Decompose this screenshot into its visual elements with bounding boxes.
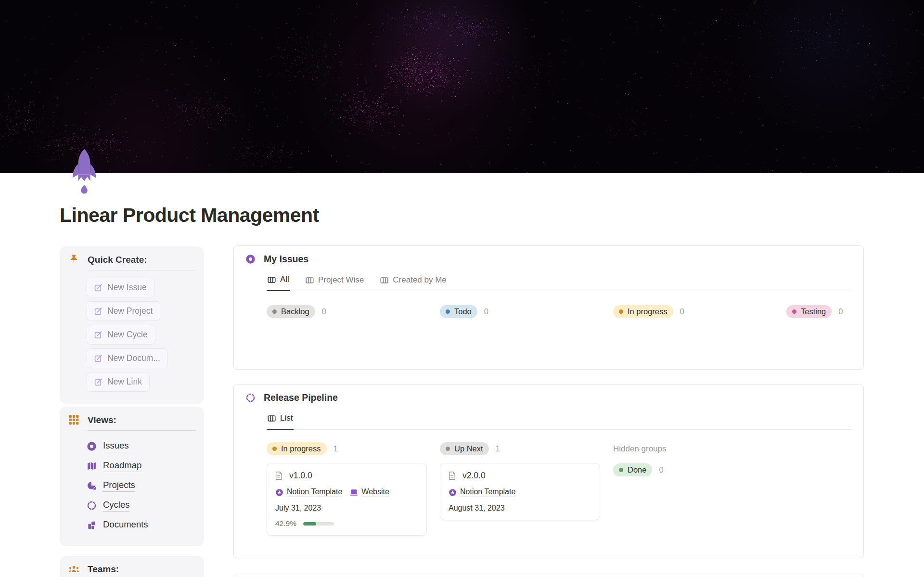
database-title: My Issues (264, 254, 308, 265)
group-count: 0 (322, 307, 326, 316)
board-view-icon (268, 414, 276, 423)
board-view-icon (380, 276, 388, 284)
status-dot (446, 447, 450, 451)
release-card-v1[interactable]: v1.0.0 Notion Template Website July 31, … (267, 463, 427, 536)
status-dot (446, 309, 450, 314)
quick-create-buttons: New Issue New Project New Cycle New Docu… (87, 278, 195, 392)
laptop-icon (350, 488, 358, 497)
page-icon (275, 471, 283, 480)
rocket-icon[interactable] (71, 148, 99, 195)
status-dot (272, 309, 277, 314)
my-issues-title-row: My Issues (245, 254, 852, 265)
tab-created-by-me[interactable]: Created by Me (379, 271, 448, 291)
board-column-backlog: Backlog 0 (267, 305, 427, 318)
views-header: Views: (68, 414, 195, 425)
board-column-up-next: Up Next 1 v2.0.0 Notion Template Augus (440, 442, 600, 536)
board-column-in-progress: In progress 1 v1.0.0 Notion Template (267, 442, 427, 536)
teams-header: Teams: (68, 564, 195, 575)
progress-bar (303, 522, 334, 526)
new-document-button[interactable]: New Docum... (87, 348, 168, 368)
hidden-groups-label: Hidden groups (613, 442, 773, 454)
release-title: v1.0.0 (289, 471, 312, 481)
board-column-todo: Todo 0 (440, 305, 600, 318)
dashed-circle-icon (245, 393, 256, 403)
tab-list[interactable]: List (267, 410, 294, 430)
board-view-icon (306, 276, 314, 284)
quick-create-title: Quick Create: (88, 255, 147, 265)
dashed-circle-icon (87, 500, 97, 511)
cover-nebula-canvas (0, 0, 924, 173)
new-project-button[interactable]: New Project (87, 301, 160, 321)
divider (88, 430, 195, 431)
new-issue-button[interactable]: New Issue (87, 278, 154, 297)
views-card: Views: Issues Roadmap Projects Cycles (60, 407, 204, 546)
release-date: July 31, 2023 (275, 504, 418, 513)
new-link-button[interactable]: New Link (87, 372, 150, 392)
views-list: Issues Roadmap Projects Cycles Documents (87, 436, 195, 535)
my-issues-tabs: All Project Wise Created by Me (267, 271, 852, 291)
release-date: August 31, 2023 (449, 504, 591, 513)
sidebar-item-roadmap[interactable]: Roadmap (87, 456, 195, 476)
release-pipeline-title-row: Release Pipeline (245, 392, 852, 403)
pushpin-icon (68, 254, 79, 265)
release-pipeline-tabs: List (267, 410, 852, 430)
release-pipeline-section: Release Pipeline List In progress 1 (233, 384, 864, 558)
group-count: 0 (838, 307, 843, 316)
group-pill-testing[interactable]: Testing (786, 305, 832, 318)
group-count: 0 (680, 307, 684, 316)
sidebar-item-documents[interactable]: Documents (87, 515, 195, 535)
group-count: 0 (484, 307, 488, 316)
notion-template-link[interactable]: Notion Template (449, 487, 515, 497)
group-count: 1 (496, 444, 500, 453)
my-issues-board: Backlog 0 Todo 0 In progress 0 (267, 305, 852, 318)
group-pill-done[interactable]: Done (613, 463, 652, 476)
board-view-icon (268, 276, 276, 284)
sidebar-item-projects[interactable]: Projects (87, 476, 195, 496)
views-title: Views: (88, 415, 116, 425)
website-link[interactable]: Website (350, 487, 389, 497)
teams-title: Teams: (88, 564, 119, 575)
group-pill-todo[interactable]: Todo (440, 305, 477, 318)
grid-icon (68, 414, 79, 425)
page-title: Linear Product Management (60, 204, 319, 227)
tab-project-wise[interactable]: Project Wise (305, 271, 365, 291)
release-title: v2.0.0 (462, 471, 486, 481)
status-dot (619, 309, 623, 314)
map-icon (87, 461, 97, 471)
star-badge-icon (449, 488, 457, 497)
group-count: 0 (659, 465, 663, 474)
board-column-in-progress: In progress 0 (613, 305, 773, 318)
sidebar-item-issues[interactable]: Issues (87, 436, 195, 456)
database-title: Release Pipeline (264, 392, 338, 403)
progress-row: 42.9% (275, 519, 418, 528)
cover-image (0, 0, 924, 173)
status-dot (792, 309, 796, 314)
pie-chart-icon (87, 481, 97, 491)
next-section-edge (233, 574, 864, 577)
compose-icon (94, 283, 103, 292)
notion-template-link[interactable]: Notion Template (275, 487, 342, 497)
issues-donut-icon (87, 441, 97, 451)
blocks-icon (87, 520, 97, 530)
status-dot (272, 447, 277, 451)
people-icon (68, 564, 79, 575)
status-dot (619, 468, 623, 472)
compose-icon (94, 331, 103, 339)
page-icon (449, 471, 456, 480)
group-count: 1 (334, 444, 338, 453)
my-issues-section: My Issues All Project Wise Created by Me (233, 245, 864, 370)
compose-icon (94, 307, 103, 315)
compose-icon (94, 354, 103, 362)
sidebar-item-cycles[interactable]: Cycles (87, 496, 195, 515)
divider (88, 270, 195, 270)
release-pipeline-board: In progress 1 v1.0.0 Notion Template (267, 442, 852, 536)
quick-create-card: Quick Create: New Issue New Project New … (60, 246, 204, 404)
group-pill-up-next[interactable]: Up Next (440, 442, 489, 455)
board-column-testing: Testing 0 (786, 305, 864, 318)
release-card-v2[interactable]: v2.0.0 Notion Template August 31, 2023 (440, 463, 600, 520)
group-pill-in-progress[interactable]: In progress (267, 442, 327, 455)
group-pill-in-progress[interactable]: In progress (613, 305, 673, 318)
tab-all[interactable]: All (267, 271, 290, 291)
group-pill-backlog[interactable]: Backlog (267, 305, 315, 318)
new-cycle-button[interactable]: New Cycle (87, 325, 155, 345)
